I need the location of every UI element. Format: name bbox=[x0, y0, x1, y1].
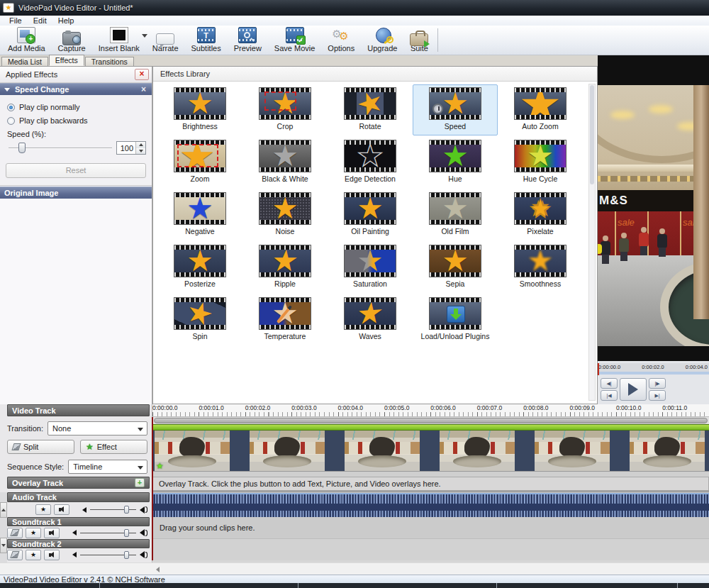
volume-slider[interactable] bbox=[80, 533, 136, 533]
horizontal-scrollbar[interactable] bbox=[0, 562, 709, 575]
effect-edge-detection[interactable]: ★Edge Detection bbox=[328, 137, 413, 188]
effect-spin[interactable]: ★Spin bbox=[157, 294, 242, 345]
volume-slider[interactable] bbox=[90, 509, 136, 510]
remove-effect-button[interactable]: × bbox=[135, 69, 149, 80]
effect-load-unload-plugins[interactable]: ★Load/Unload Plugins bbox=[413, 294, 498, 345]
overlay-track-area[interactable]: Overlay Track. Click the plus button to … bbox=[152, 477, 709, 491]
video-clip-thumbnail[interactable]: ★ bbox=[155, 431, 230, 471]
effect-oil-painting[interactable]: ★Oil Painting bbox=[328, 189, 413, 240]
soundtrack1-mute-button[interactable] bbox=[44, 528, 60, 538]
effect-pixelate[interactable]: ★Pixelate bbox=[498, 189, 583, 240]
go-to-start-button[interactable]: |◀ bbox=[601, 390, 618, 401]
toolbar-suite-button[interactable]: Suite bbox=[403, 26, 435, 55]
speed-value-input[interactable]: 100 bbox=[116, 141, 146, 155]
soundtrack1-record-button[interactable] bbox=[7, 528, 23, 538]
effect-rotate[interactable]: ★Rotate bbox=[328, 84, 413, 135]
collapse-arrow-icon[interactable] bbox=[4, 88, 10, 91]
effect-sepia[interactable]: ★Sepia bbox=[413, 242, 498, 293]
toolbar-subtitles-button[interactable]: TSubtitles bbox=[185, 26, 228, 55]
toolbar-insert-blank-button[interactable]: Insert Blank bbox=[92, 26, 146, 55]
go-to-end-button[interactable]: ▶| bbox=[649, 390, 666, 401]
soundtrack1-effect-button[interactable]: ★ bbox=[26, 528, 41, 538]
soundtrack1-area[interactable]: Drag your sound clips here. bbox=[152, 517, 709, 539]
timeline-zoom-strip[interactable] bbox=[152, 417, 709, 424]
zoom-strip-bar[interactable] bbox=[154, 418, 708, 423]
reset-button[interactable]: Reset bbox=[6, 163, 146, 178]
audio-waveform[interactable] bbox=[152, 493, 709, 517]
toolbar-add-media-button[interactable]: Add Media bbox=[1, 26, 52, 55]
video-clip-thumbnail[interactable] bbox=[345, 431, 420, 471]
video-clip-thumbnail[interactable] bbox=[535, 431, 610, 471]
scroll-left-arrow-icon[interactable] bbox=[156, 567, 160, 572]
soundtrack2-area[interactable] bbox=[152, 539, 709, 560]
volume-thumb[interactable] bbox=[124, 506, 129, 514]
audio-mute-button[interactable] bbox=[54, 504, 69, 515]
speed-change-close-icon[interactable]: × bbox=[140, 85, 147, 94]
volume-thumb[interactable] bbox=[124, 529, 129, 537]
soundtrack2-record-button[interactable] bbox=[7, 550, 23, 560]
menu-edit[interactable]: Edit bbox=[28, 16, 52, 25]
effect-waves[interactable]: ★Waves bbox=[328, 294, 413, 345]
speed-value[interactable]: 100 bbox=[117, 144, 135, 152]
audio-effect-button[interactable]: ★ bbox=[35, 504, 51, 515]
effect-hue[interactable]: ★Hue bbox=[413, 137, 498, 188]
scrollbar-thumb[interactable] bbox=[590, 85, 594, 184]
speed-change-header[interactable]: Speed Change × bbox=[0, 83, 152, 95]
speed-slider-thumb[interactable] bbox=[18, 143, 26, 153]
step-back-button[interactable]: ◀| bbox=[601, 378, 618, 389]
effect-crop[interactable]: ★Crop bbox=[242, 84, 328, 135]
timeline-ruler[interactable]: 0:00:00.00:00:01.00:00:02.00:00:03.00:00… bbox=[152, 404, 709, 417]
preview-ruler[interactable]: 0:00:00.00:00:02.00:00:04.0 bbox=[598, 363, 709, 375]
soundtrack2-mute-button[interactable] bbox=[44, 550, 60, 560]
effect-ripple[interactable]: ★Ripple bbox=[242, 242, 328, 293]
tab-effects[interactable]: Effects bbox=[49, 55, 84, 66]
tracks-scroll-down-button[interactable] bbox=[0, 538, 7, 553]
speed-slider[interactable] bbox=[9, 148, 112, 149]
effect-speed[interactable]: ★Speed bbox=[413, 84, 498, 135]
radio-icon[interactable] bbox=[7, 104, 15, 111]
effect-button[interactable]: ★ Effect bbox=[80, 440, 147, 454]
effect-hue-cycle[interactable]: ★Hue Cycle bbox=[498, 137, 583, 188]
toolbar-preview-button[interactable]: Preview bbox=[228, 26, 268, 55]
toolbar-upgrade-button[interactable]: Upgrade bbox=[361, 26, 403, 55]
radio-play-backwards[interactable]: Play clip backwards bbox=[7, 116, 146, 125]
play-button[interactable] bbox=[620, 378, 647, 401]
toolbar-options-button[interactable]: ⚙⚙Options bbox=[321, 26, 361, 55]
transition-dropdown[interactable]: None bbox=[48, 421, 147, 436]
soundtrack2-effect-button[interactable]: ★ bbox=[26, 550, 41, 560]
radio-icon[interactable] bbox=[7, 117, 15, 125]
tracks-scroll-up-button[interactable] bbox=[0, 502, 7, 518]
spinner-down-button[interactable] bbox=[136, 148, 145, 155]
effect-old-film[interactable]: ★Old Film bbox=[413, 189, 498, 240]
effects-scrollbar[interactable] bbox=[588, 84, 596, 401]
timeline-playhead[interactable] bbox=[152, 417, 153, 560]
tab-transitions[interactable]: Transitions bbox=[85, 57, 134, 66]
tab-media-list[interactable]: Media List bbox=[1, 57, 48, 66]
effect-temperature[interactable]: ★Temperature bbox=[242, 294, 328, 345]
add-overlay-button[interactable]: + bbox=[135, 478, 145, 487]
effect-noise[interactable]: ★Noise bbox=[242, 189, 328, 240]
sequence-style-dropdown[interactable]: Timeline bbox=[68, 460, 147, 474]
video-clip-thumbnail[interactable] bbox=[250, 431, 325, 471]
video-clip-thumbnail[interactable] bbox=[630, 431, 705, 471]
preview-playhead[interactable] bbox=[598, 363, 599, 375]
toolbar-narrate-button[interactable]: Narrate bbox=[146, 26, 185, 55]
volume-thumb[interactable] bbox=[124, 551, 129, 559]
effect-auto-zoom[interactable]: ★Auto Zoom bbox=[498, 84, 583, 135]
spinner-up-button[interactable] bbox=[136, 142, 145, 148]
effect-zoom[interactable]: ★Zoom bbox=[157, 137, 242, 188]
effect-brightness[interactable]: ★Brightness bbox=[157, 84, 242, 135]
volume-slider[interactable] bbox=[80, 555, 136, 555]
effect-saturation[interactable]: ★Saturation bbox=[328, 242, 413, 293]
radio-play-normally[interactable]: Play clip normally bbox=[7, 103, 146, 111]
toolbar-save-movie-button[interactable]: ✓Save Movie bbox=[268, 26, 321, 55]
effect-black-white[interactable]: ★Black & White bbox=[242, 137, 328, 188]
effect-smoothness[interactable]: ★Smoothness bbox=[498, 242, 583, 293]
split-button[interactable]: Split bbox=[7, 440, 74, 454]
video-clip-thumbnail[interactable] bbox=[440, 431, 515, 471]
effect-posterize[interactable]: ★Posterize bbox=[157, 242, 242, 293]
step-forward-button[interactable]: |▶ bbox=[649, 378, 666, 389]
speed-spinner[interactable] bbox=[135, 142, 145, 154]
toolbar-capture-button[interactable]: Capture bbox=[52, 26, 92, 55]
menu-help[interactable]: Help bbox=[53, 16, 79, 25]
